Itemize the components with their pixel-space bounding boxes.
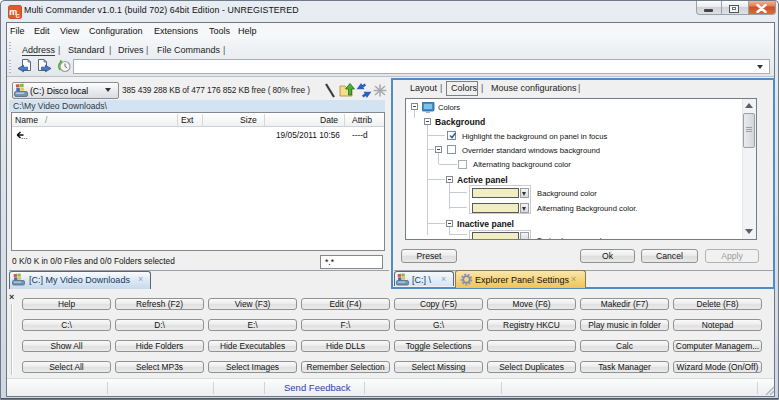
svg-text:c: c: [16, 11, 21, 19]
